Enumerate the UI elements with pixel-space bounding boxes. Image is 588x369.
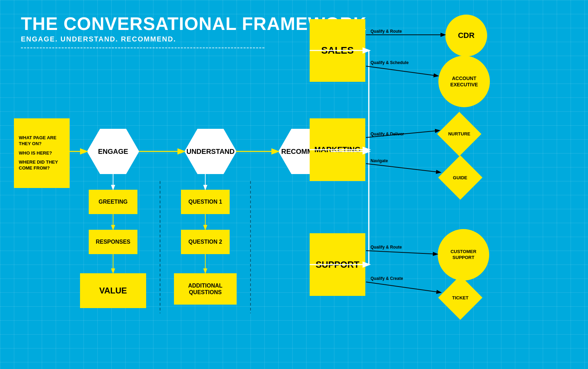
greeting-box: GREETING [89,190,137,214]
nurture-label: NURTURE [448,131,470,137]
greeting-label: GREETING [98,198,128,205]
qualify-route-2-label: Qualify & Route [371,245,402,250]
value-label: VALUE [99,286,127,296]
understand-hex-shape: UNDERSTAND [184,129,237,174]
arrows-overlay [0,0,588,369]
responses-box: RESPONSES [89,230,137,254]
svg-line-13 [366,164,440,172]
sales-label: SALES [321,45,353,56]
understand-label: UNDERSTAND [186,148,235,156]
question-1: WHAT PAGE ARE THEY ON? [19,135,65,147]
qualify-schedule-label: Qualify & Schedule [371,60,408,65]
engage-hex-shape: ENGAGE [87,129,139,174]
svg-line-14 [366,251,437,254]
svg-line-15 [366,282,440,292]
support-label: SUPPORT [316,259,359,270]
ticket-diamond: TICKET [438,275,482,320]
q2-label: QUESTION 2 [189,238,222,245]
value-box: VALUE [80,273,146,308]
cdr-circle: CDR [445,15,487,56]
cs-circle: CUSTOMER SUPPORT [438,229,489,281]
guide-label: GUIDE [453,175,467,180]
ae-label: ACCOUNT EXECUTIVE [438,72,490,91]
aq-label: ADDITIONAL QUESTIONS [178,282,232,296]
q1-label: QUESTION 1 [189,198,222,205]
marketing-label: MARKETING [314,145,360,154]
navigate-label: Navigate [371,158,388,163]
engage-hexagon: ENGAGE [87,129,139,174]
aq-box: ADDITIONAL QUESTIONS [174,273,237,305]
q1-box: QUESTION 1 [181,190,230,214]
engage-label: ENGAGE [98,148,128,156]
ticket-diamond-container: TICKET [441,278,479,317]
responses-label: RESPONSES [96,238,130,245]
support-box: SUPPORT [310,233,365,296]
q2-box: QUESTION 2 [181,230,230,254]
svg-line-11 [366,66,438,76]
cdr-label: CDR [458,31,475,40]
nurture-diamond-container: NURTURE [440,115,478,153]
question-2: WHO IS HERE? [19,150,65,156]
main-container: THE CONVERSATIONAL FRAMEWORK ENGAGE. UND… [0,0,588,369]
ticket-label: TICKET [452,295,469,300]
qualify-create-label: Qualify & Create [371,276,403,281]
questions-box: WHAT PAGE ARE THEY ON? WHO IS HERE? WHER… [14,118,70,188]
marketing-box: MARKETING [310,118,365,181]
guide-diamond-container: GUIDE [441,158,479,197]
question-3: WHERE DID THEY COME FROM? [19,159,65,171]
nurture-diamond: NURTURE [437,112,481,156]
cs-label: CUSTOMER SUPPORT [438,246,489,264]
guide-diamond: GUIDE [438,155,482,199]
dashed-divider [21,47,264,48]
sales-box: SALES [310,19,365,82]
understand-hexagon: UNDERSTAND [184,129,237,174]
qualify-deliver-label: Qualify & Deliver [371,132,404,136]
qualify-route-1-label: Qualify & Route [371,29,402,34]
ae-circle: ACCOUNT EXECUTIVE [438,56,490,107]
